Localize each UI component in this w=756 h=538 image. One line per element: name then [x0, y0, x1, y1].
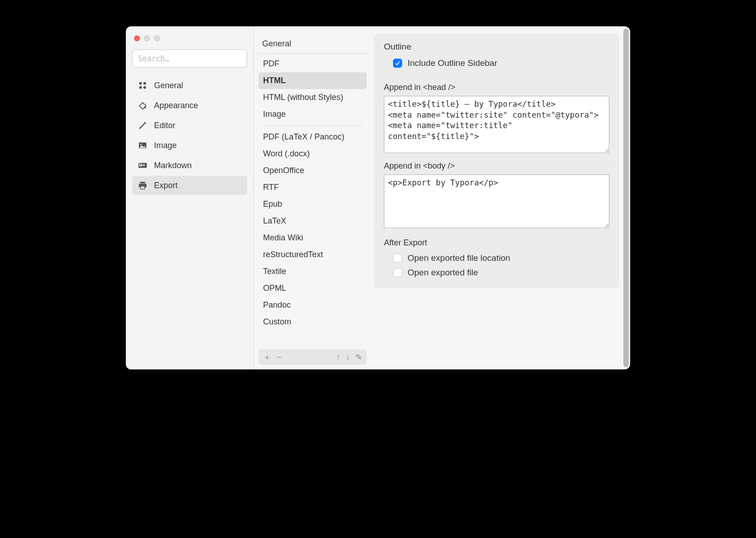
minimize-icon[interactable] [144, 35, 150, 41]
checkbox-checked-icon[interactable] [393, 59, 402, 68]
export-type-item[interactable]: Pandoc [259, 297, 367, 314]
sidebar-nav: General Appearance Editor Image [132, 76, 247, 195]
export-type-item[interactable]: PDF [259, 55, 367, 72]
export-settings-panel: Outline Include Outline Sidebar Append i… [374, 34, 619, 289]
include-outline-label: Include Outline Sidebar [408, 58, 497, 68]
maximize-icon[interactable] [154, 35, 160, 41]
export-type-item[interactable]: Epub [259, 196, 367, 213]
move-down-icon[interactable]: ↓ [346, 353, 350, 361]
sidebar-item-image[interactable]: Image [132, 136, 247, 155]
append-body-label: Append in <body /> [384, 161, 609, 171]
section-after-export-title: After Export [384, 238, 609, 248]
svg-rect-7 [140, 182, 145, 184]
export-type-item[interactable]: HTML (without Styles) [259, 89, 367, 106]
sidebar-item-label: Markdown [154, 161, 192, 170]
sidebar-item-label: Image [154, 141, 177, 150]
checkbox-unchecked-icon[interactable] [393, 254, 402, 263]
sidebar-item-editor[interactable]: Editor [132, 116, 247, 135]
paint-bucket-icon [138, 100, 148, 110]
export-type-item[interactable]: reStructuredText [259, 246, 367, 263]
sidebar-item-markdown[interactable]: Markdown [132, 156, 247, 175]
export-type-item[interactable]: RTF [259, 179, 367, 196]
sidebar-item-label: Editor [154, 121, 175, 130]
append-body-textarea[interactable] [384, 174, 609, 228]
export-type-item[interactable]: LaTeX [259, 213, 367, 229]
checkbox-unchecked-icon[interactable] [393, 268, 402, 277]
sidebar-item-general[interactable]: General [132, 76, 247, 95]
export-type-item[interactable]: Custom [259, 314, 367, 330]
export-type-item[interactable]: Textile [259, 263, 367, 280]
svg-rect-9 [140, 186, 144, 189]
svg-point-5 [140, 144, 142, 145]
export-type-list: General PDFHTMLHTML (without Styles)Imag… [254, 26, 371, 369]
sidebar-item-export[interactable]: Export [132, 176, 247, 195]
sidebar-item-appearance[interactable]: Appearance [132, 96, 247, 115]
close-icon[interactable] [134, 35, 140, 41]
append-head-label: Append in <head /> [384, 83, 609, 92]
export-list-toolbar: ＋ − ↑ ↓ ✎ [259, 349, 367, 365]
section-outline-title: Outline [384, 42, 609, 52]
divider [262, 125, 363, 126]
open-file-row[interactable]: Open exported file [384, 266, 609, 279]
export-type-item[interactable]: Media Wiki [259, 229, 367, 246]
sidebar-item-label: General [154, 81, 183, 90]
open-location-label: Open exported file location [408, 253, 510, 263]
remove-icon[interactable]: − [277, 353, 282, 361]
open-file-label: Open exported file [408, 268, 478, 278]
markdown-icon [138, 160, 148, 170]
include-outline-row[interactable]: Include Outline Sidebar [384, 56, 609, 75]
preferences-window: General Appearance Editor Image [126, 26, 630, 369]
export-settings-content: Outline Include Outline Sidebar Append i… [371, 26, 630, 369]
edit-icon[interactable]: ✎ [355, 353, 362, 361]
svg-point-1 [144, 82, 146, 85]
sidebar: General Appearance Editor Image [126, 26, 254, 369]
move-up-icon[interactable]: ↑ [336, 353, 340, 361]
svg-point-3 [144, 86, 146, 89]
export-type-item[interactable]: Image [259, 106, 367, 123]
export-type-item[interactable]: OpenOffice [259, 162, 367, 179]
export-type-item[interactable]: PDF (LaTeX / Pancoc) [259, 129, 367, 145]
search-input[interactable] [132, 50, 247, 68]
sidebar-item-label: Appearance [154, 101, 198, 110]
export-type-item[interactable]: OPML [259, 280, 367, 297]
scrollbar[interactable] [623, 29, 629, 367]
grid-icon [138, 80, 148, 90]
export-type-item[interactable]: Word (.docx) [259, 145, 367, 162]
printer-icon [138, 180, 148, 190]
append-head-textarea[interactable] [384, 96, 609, 153]
add-icon[interactable]: ＋ [263, 353, 271, 361]
window-controls [132, 35, 247, 45]
pencil-icon [138, 120, 148, 130]
svg-point-0 [139, 82, 142, 85]
export-list-heading: General [259, 35, 367, 54]
open-location-row[interactable]: Open exported file location [384, 251, 609, 266]
sidebar-item-label: Export [154, 181, 178, 190]
svg-point-2 [139, 86, 142, 89]
image-icon [138, 140, 148, 150]
export-type-item[interactable]: HTML [259, 72, 367, 89]
